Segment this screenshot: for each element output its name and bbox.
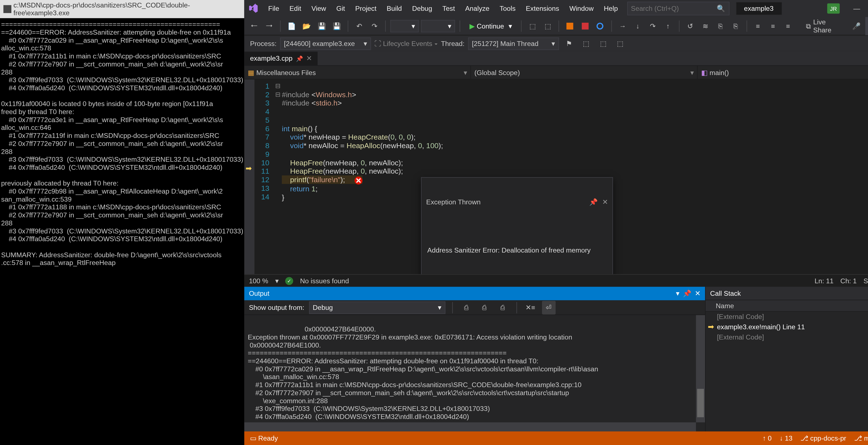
zoom-level[interactable]: 100 % <box>249 277 268 285</box>
git-up[interactable]: ↑ 0 <box>763 434 772 442</box>
nav-project-combo[interactable]: ▦Miscellaneous Files▾ <box>244 66 471 79</box>
step-icon[interactable]: ⬚ <box>526 19 539 33</box>
callstack-columns: Name Lang <box>706 300 868 311</box>
user-badge[interactable]: JR <box>827 3 840 13</box>
live-share-button[interactable]: ⧉ Live Share <box>801 16 848 35</box>
output-close-icon[interactable]: ✕ <box>695 289 701 298</box>
console-titlebar[interactable]: c:\MSDN\cpp-docs-pr\docs\sanitizers\SRC_… <box>0 0 244 18</box>
dbg-a-icon[interactable]: ↺ <box>684 19 697 33</box>
solution-name-tab[interactable]: example3 <box>736 2 781 15</box>
debug-location-toolbar: Process: [244600] example3.exe▾ ⛶ Lifecy… <box>244 35 868 51</box>
process-combo[interactable]: [244600] example3.exe▾ <box>280 37 371 49</box>
output-hscroll[interactable] <box>244 422 696 432</box>
search-box[interactable]: 🔍 <box>627 2 729 15</box>
out-clear-icon[interactable]: ✕≡ <box>524 301 537 314</box>
save-icon[interactable]: 💾 <box>315 19 328 33</box>
new-item-icon[interactable]: 📄 <box>285 19 298 33</box>
thread-combo[interactable]: [251272] Main Thread▾ <box>468 37 559 49</box>
menu-project[interactable]: Project <box>350 2 381 15</box>
menu-git[interactable]: Git <box>332 2 349 15</box>
pin-icon[interactable]: 📌 <box>296 56 303 62</box>
open-icon[interactable]: 📂 <box>301 19 313 33</box>
exception-popup: Exception Thrown 📌 ✕ Address Sanitizer E… <box>421 177 613 274</box>
lifecycle-label[interactable]: Lifecycle Events <box>383 39 432 47</box>
menu-tools[interactable]: Tools <box>495 2 520 15</box>
feedback-icon[interactable]: 🎤 <box>850 19 863 33</box>
menu-extensions[interactable]: Extensions <box>521 2 564 15</box>
menu-debug[interactable]: Debug <box>408 2 437 15</box>
dbg-e-icon[interactable]: ≡ <box>752 19 764 33</box>
dbg-g-icon[interactable]: ≡ <box>781 19 794 33</box>
output-vscroll[interactable] <box>696 315 705 422</box>
nav-member-combo[interactable]: ◧main()▾ <box>698 66 868 79</box>
thread-label: Thread: <box>441 39 464 47</box>
search-input[interactable] <box>631 4 711 12</box>
git-down[interactable]: ↓ 13 <box>780 434 793 442</box>
popup-pin-icon[interactable]: 📌 <box>589 198 598 207</box>
out-wrap-icon[interactable]: ⏎ <box>542 301 555 314</box>
nav-scope-combo[interactable]: (Global Scope)▾ <box>471 66 698 79</box>
dbg-x-icon[interactable]: ⬚ <box>579 37 593 50</box>
menu-build[interactable]: Build <box>382 2 407 15</box>
menu-help[interactable]: Help <box>599 2 622 15</box>
output-dropdown-icon[interactable]: ▾ <box>676 289 679 298</box>
save-all-icon[interactable]: 💾 <box>331 19 343 33</box>
vs-logo-icon <box>247 2 260 15</box>
undo-icon[interactable]: ↶ <box>353 19 366 33</box>
config-combo[interactable]: ▾ <box>391 20 419 32</box>
col-indicator[interactable]: Ch: 1 <box>840 277 857 285</box>
dbg-d-icon[interactable]: ⎘ <box>729 19 742 33</box>
nav-fwd-icon[interactable]: ⭢ <box>263 19 276 33</box>
callstack-row[interactable]: [External Code] <box>706 332 868 342</box>
file-tab-example3[interactable]: example3.cpp 📌 ✕ <box>244 52 318 65</box>
popup-close-icon[interactable]: ✕ <box>602 198 608 207</box>
callstack-header[interactable]: Call Stack ▾ 📌 ✕ <box>706 286 868 300</box>
step2-icon[interactable]: ⬚ <box>541 19 554 33</box>
code-content[interactable]: #include <Windows.h> #include <stdio.h> … <box>282 79 868 274</box>
menu-edit[interactable]: Edit <box>285 2 306 15</box>
spc-indicator[interactable]: SPC <box>864 277 868 285</box>
callstack-row[interactable]: [External Code] <box>706 311 868 322</box>
output-pin-icon[interactable]: 📌 <box>683 289 691 298</box>
minimize-button[interactable]: — <box>845 1 868 16</box>
callstack-row[interactable]: ➡example3.exe!main() Line 11C++ <box>706 322 868 332</box>
pause-icon[interactable] <box>564 19 577 33</box>
redo-icon[interactable]: ↷ <box>368 19 381 33</box>
nav-back-icon[interactable]: ⭠ <box>248 19 260 33</box>
visual-studio-window: FileEditViewGitProjectBuildDebugTestAnal… <box>244 0 868 445</box>
breakpoint-gutter[interactable]: ➡ <box>244 79 255 274</box>
continue-button[interactable]: ▶Continue▾ <box>465 21 517 31</box>
next-stmt-icon[interactable]: → <box>616 19 629 33</box>
platform-combo[interactable]: ▾ <box>421 20 455 32</box>
step-into-icon[interactable]: ↓ <box>631 19 644 33</box>
out-b-icon[interactable]: ⎙ <box>477 301 491 314</box>
menu-view[interactable]: View <box>307 2 331 15</box>
menu-file[interactable]: File <box>264 2 283 15</box>
output-header[interactable]: Output ▾ 📌 ✕ <box>244 286 705 300</box>
out-a-icon[interactable]: ⎙ <box>459 301 473 314</box>
step-out-icon[interactable]: ↑ <box>661 19 674 33</box>
code-editor[interactable]: ➡ 1234567891011121314 ⊟⊟ #include <Windo… <box>244 79 868 274</box>
menu-window[interactable]: Window <box>565 2 598 15</box>
dbg-f-icon[interactable]: ≡ <box>767 19 779 33</box>
restart-icon[interactable] <box>594 19 607 33</box>
output-text[interactable]: 0x00000427B64E0000. Exception thrown at … <box>244 315 705 432</box>
output-source-combo[interactable]: Debug▾ <box>309 301 445 314</box>
step-over-icon[interactable]: ↷ <box>646 19 659 33</box>
dbg-y-icon[interactable]: ⬚ <box>596 37 610 50</box>
menu-test[interactable]: Test <box>438 2 460 15</box>
outlining-gutter[interactable]: ⊟⊟ <box>274 79 282 274</box>
navigation-bar: ▦Miscellaneous Files▾ (Global Scope)▾ ◧m… <box>244 66 868 79</box>
dbg-z-icon[interactable]: ⬚ <box>613 37 627 50</box>
menu-analyze[interactable]: Analyze <box>461 2 494 15</box>
git-repo[interactable]: ⎇ cpp-docs-pr <box>800 434 846 442</box>
out-c-icon[interactable]: ⎙ <box>496 301 509 314</box>
git-branch[interactable]: ⎇ master ▴ <box>854 434 868 442</box>
dbg-b-icon[interactable]: ≋ <box>699 19 712 33</box>
dbg-c-icon[interactable]: ⎘ <box>714 19 727 33</box>
stop-icon[interactable] <box>579 19 591 33</box>
flag-icon[interactable]: ⚑ <box>562 37 576 50</box>
callstack-rows[interactable]: [External Code]➡example3.exe!main() Line… <box>706 311 868 432</box>
close-tab-icon[interactable]: ✕ <box>306 55 312 63</box>
line-indicator[interactable]: Ln: 11 <box>814 277 833 285</box>
